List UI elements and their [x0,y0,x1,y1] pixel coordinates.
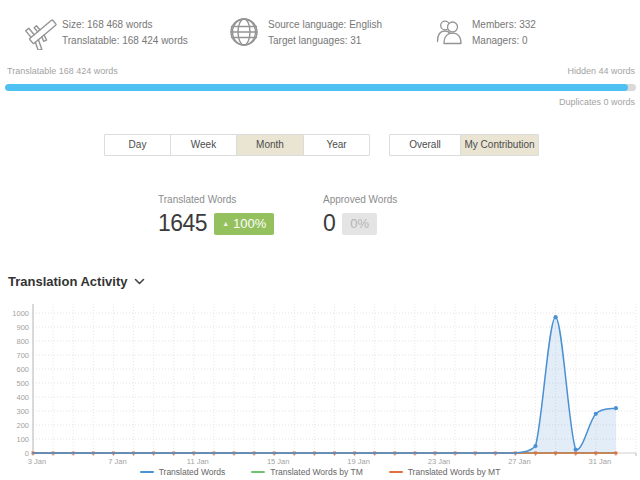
svg-text:200: 200 [16,421,29,430]
legend-label: Translated Words by TM [270,467,362,477]
translation-activity-chart[interactable]: 010020030040050060070080090010003 Jan7 J… [0,292,640,472]
svg-text:700: 700 [16,351,29,360]
svg-text:800: 800 [16,337,29,346]
members-line: Members: 332 [472,17,536,33]
size-line: Size: 168 468 words [62,17,188,33]
stat-value: 0 [323,210,335,237]
svg-text:1000: 1000 [12,309,29,318]
legend-item-translated-words[interactable]: Translated Words [140,467,226,477]
tab-my-contribution[interactable]: My Contribution [460,134,539,156]
project-language-info: Source language: English Target language… [268,17,382,49]
tab-month[interactable]: Month [236,134,304,156]
legend-item-translated-by-tm[interactable]: Translated Words by TM [251,467,362,477]
translated-words-stat: Translated Words 1645 ▲ 100% [158,194,274,237]
duplicates-words-label: Duplicates 0 words [559,97,635,107]
approved-words-stat: Approved Words 0 0% [323,194,397,237]
svg-text:3 Jan: 3 Jan [28,457,46,466]
stat-change-badge: 0% [342,213,377,235]
members-icon [434,18,464,46]
caliper-icon [24,12,62,50]
svg-text:100: 100 [16,435,29,444]
translatable-words-label: Translatable 168 424 words [7,66,118,76]
legend-label: Translated Words by MT [408,467,501,477]
svg-text:15 Jan: 15 Jan [267,457,290,466]
legend-label: Translated Words [159,467,226,477]
project-members-info: Members: 332 Managers: 0 [472,17,536,49]
section-title-text: Translation Activity [8,274,127,289]
translatable-line: Translatable: 168 424 words [62,33,188,49]
legend-dash-icon [140,471,154,473]
progress-fill [5,84,628,91]
svg-text:900: 900 [16,323,29,332]
badge-percent: 0% [350,216,369,231]
scope-tabs: Overall My Contribution [389,134,539,156]
stat-label: Translated Words [158,194,274,205]
svg-text:23 Jan: 23 Jan [428,457,451,466]
tab-day[interactable]: Day [104,134,171,156]
svg-text:500: 500 [16,379,29,388]
stat-value: 1645 [158,210,207,237]
svg-text:19 Jan: 19 Jan [347,457,370,466]
svg-text:300: 300 [16,407,29,416]
legend-dash-icon [389,471,403,473]
svg-text:400: 400 [16,393,29,402]
svg-text:600: 600 [16,365,29,374]
target-languages-line: Target languages: 31 [268,33,382,49]
hidden-words-label: Hidden 44 words [567,66,635,76]
tab-overall[interactable]: Overall [389,134,461,156]
svg-text:7 Jan: 7 Jan [108,457,126,466]
legend-item-translated-by-mt[interactable]: Translated Words by MT [389,467,501,477]
legend-dash-icon [251,471,265,473]
badge-percent: 100% [233,216,266,231]
project-size-info: Size: 168 468 words Translatable: 168 42… [62,17,188,49]
svg-text:11 Jan: 11 Jan [187,457,209,466]
svg-text:27 Jan: 27 Jan [508,457,531,466]
time-range-tabs: Day Week Month Year [104,134,370,156]
globe-icon [228,16,260,48]
svg-text:31 Jan: 31 Jan [589,457,612,466]
tab-year[interactable]: Year [303,134,370,156]
chart-legend: Translated Words Translated Words by TM … [0,467,640,477]
managers-line: Managers: 0 [472,33,536,49]
tab-week[interactable]: Week [170,134,237,156]
translation-activity-header[interactable]: Translation Activity [8,274,145,289]
chevron-down-icon[interactable] [134,278,145,285]
stat-label: Approved Words [323,194,397,205]
source-language-line: Source language: English [268,17,382,33]
up-arrow-icon: ▲ [222,220,229,227]
stat-change-badge: ▲ 100% [214,213,274,235]
translation-progress-bar[interactable] [5,84,636,91]
